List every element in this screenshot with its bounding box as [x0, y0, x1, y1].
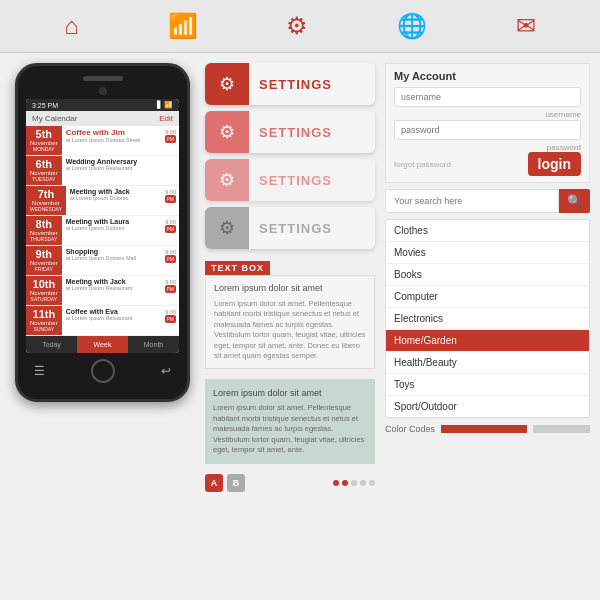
category-toys[interactable]: Toys [386, 374, 589, 396]
search-input[interactable] [385, 189, 559, 213]
event-date-7: 11th November SUNDAY [26, 306, 62, 335]
calendar-header: My Calendar Edit [26, 111, 179, 126]
nav-week[interactable]: Week [77, 336, 128, 353]
event-title-4: Meeting with Laura [66, 218, 158, 225]
settings-icon-2: ⚙ [205, 111, 249, 153]
settings-button-1[interactable]: ⚙ SETTINGS [205, 63, 375, 105]
category-sport-outdoor[interactable]: Sport/Outdoor [386, 396, 589, 417]
phone-home-button[interactable] [91, 359, 115, 383]
event-info-7: Coffee with Eva at Lorem Ipsum Restauran… [62, 306, 162, 335]
event-title-5: Shopping [66, 248, 158, 255]
event-title-7: Coffee with Eva [66, 308, 158, 315]
calendar-event-7[interactable]: 11th November SUNDAY Coffee with Eva at … [26, 306, 179, 336]
top-bar: ⌂ 📶 ⚙ 🌐 ✉ [0, 0, 600, 53]
event-date-4: 8th November THURSDAY [26, 216, 62, 245]
calendar-event-1[interactable]: 5th November MONDAY Coffee with Jim at L… [26, 126, 179, 156]
event-info-3: Meeting with Jack at Lorem Ipsum Dolores [66, 186, 162, 215]
settings-button-3[interactable]: ⚙ SETTINGS [205, 159, 375, 201]
dots-row: A B [205, 470, 375, 496]
search-row: 🔍 [385, 189, 590, 213]
password-input[interactable] [394, 120, 581, 140]
dot-letters: A B [205, 474, 245, 492]
globe-icon[interactable]: 🌐 [397, 12, 427, 40]
event-info-1: Coffee with Jim at Lorem Ipsum Dolores S… [62, 126, 162, 155]
username-label: username [394, 110, 581, 119]
event-time-3: 9:00 PM [162, 186, 180, 215]
event-date-1: 5th November MONDAY [26, 126, 62, 155]
forgot-password-link[interactable]: forgot password [394, 160, 451, 169]
category-list: Clothes Movies Books Computer Electronic… [385, 219, 590, 418]
category-electronics[interactable]: Electronics [386, 308, 589, 330]
color-codes-section: Color Codes [385, 424, 590, 434]
textbox-main-text: Lorem ipsum dolor sit amet [214, 282, 366, 295]
settings-label-3: SETTINGS [249, 159, 375, 201]
phone-signal: ▋ 📶 [157, 101, 173, 109]
settings-button-4[interactable]: ⚙ SETTINGS [205, 207, 375, 249]
textbox-content[interactable]: Lorem ipsum dolor sit amet Lorem ipsum d… [205, 275, 375, 369]
category-clothes[interactable]: Clothes [386, 220, 589, 242]
event-info-4: Meeting with Laura at Lorem Ipsum Dolore… [62, 216, 162, 245]
home-icon[interactable]: ⌂ [64, 12, 79, 40]
event-date-2: 6th November TUESDAY [26, 156, 62, 185]
calendar-event-3[interactable]: 7th November WEDNESDAY Meeting with Jack… [26, 186, 179, 216]
event-title-2: Wedding Anniversary [66, 158, 169, 165]
settings-label-2: SETTINGS [249, 111, 375, 153]
event-time-5: 9:00 PM [162, 246, 180, 275]
search-button[interactable]: 🔍 [559, 189, 590, 213]
gear-icon[interactable]: ⚙ [286, 12, 308, 40]
textbox-body: Lorem ipsum dolor sit amet. Pellentesque… [214, 299, 365, 361]
event-title-3: Meeting with Jack [70, 188, 158, 195]
event-time-2 [173, 156, 179, 185]
category-movies[interactable]: Movies [386, 242, 589, 264]
calendar-edit[interactable]: Edit [159, 114, 173, 123]
event-sub-2: at Lorem Ipsum Restaurant [66, 165, 169, 171]
dot-2[interactable] [342, 480, 348, 486]
phone-home-area: ☰ ↩ [26, 353, 179, 389]
event-sub-3: at Lorem Ipsum Dolores [70, 195, 158, 201]
calendar-event-4[interactable]: 8th November THURSDAY Meeting with Laura… [26, 216, 179, 246]
calendar-event-6[interactable]: 10th November SATURDAY Meeting with Jack… [26, 276, 179, 306]
login-button[interactable]: login [528, 152, 581, 176]
category-computer[interactable]: Computer [386, 286, 589, 308]
category-home-garden[interactable]: Home/Garden [386, 330, 589, 352]
event-time-6: 9:00 PM [162, 276, 180, 305]
username-input[interactable] [394, 87, 581, 107]
mail-icon[interactable]: ✉ [516, 12, 536, 40]
event-sub-4: at Lorem Ipsum Dolores [66, 225, 158, 231]
dot-4[interactable] [360, 480, 366, 486]
color-codes-label: Color Codes [385, 424, 435, 434]
event-date-6: 10th November SATURDAY [26, 276, 62, 305]
main-content: 3:25 PM ▋ 📶 My Calendar Edit 5th Novembe… [0, 53, 600, 506]
phone-speaker [83, 76, 123, 81]
nav-month[interactable]: Month [128, 336, 179, 353]
dot-3[interactable] [351, 480, 357, 486]
right-column: My Account username password forgot pass… [385, 63, 590, 496]
event-title-1: Coffee with Jim [66, 128, 158, 137]
phone-time: 3:25 PM [32, 102, 58, 109]
event-date-5: 9th November FRIDAY [26, 246, 62, 275]
category-books[interactable]: Books [386, 264, 589, 286]
signal-icon[interactable]: 📶 [168, 12, 198, 40]
textbox2-section[interactable]: Lorem ipsum dolor sit amet Lorem ipsum d… [205, 379, 375, 464]
settings-icon-4: ⚙ [205, 207, 249, 249]
phone-menu-icon[interactable]: ☰ [34, 364, 45, 378]
event-time-4: 9:00 PM [162, 216, 180, 245]
dot-5[interactable] [369, 480, 375, 486]
phone-mockup: 3:25 PM ▋ 📶 My Calendar Edit 5th Novembe… [10, 63, 195, 496]
phone-status-bar: 3:25 PM ▋ 📶 [26, 99, 179, 111]
category-health-beauty[interactable]: Health/Beauty [386, 352, 589, 374]
letter-b[interactable]: B [227, 474, 245, 492]
letter-a[interactable]: A [205, 474, 223, 492]
settings-button-2[interactable]: ⚙ SETTINGS [205, 111, 375, 153]
event-info-6: Meeting with Jack at Lorem Ipsum Restaur… [62, 276, 162, 305]
event-time-7: 9:00 PM [162, 306, 180, 335]
phone-back-icon[interactable]: ↩ [161, 364, 171, 378]
settings-label-4: SETTINGS [249, 207, 375, 249]
event-sub-5: at Lorem Ipsum Dolores Mall [66, 255, 158, 261]
nav-today[interactable]: Today [26, 336, 77, 353]
dot-1[interactable] [333, 480, 339, 486]
calendar-event-2[interactable]: 6th November TUESDAY Wedding Anniversary… [26, 156, 179, 186]
event-title-6: Meeting with Jack [66, 278, 158, 285]
calendar-event-5[interactable]: 9th November FRIDAY Shopping at Lorem Ip… [26, 246, 179, 276]
color-bar-red [441, 425, 527, 433]
